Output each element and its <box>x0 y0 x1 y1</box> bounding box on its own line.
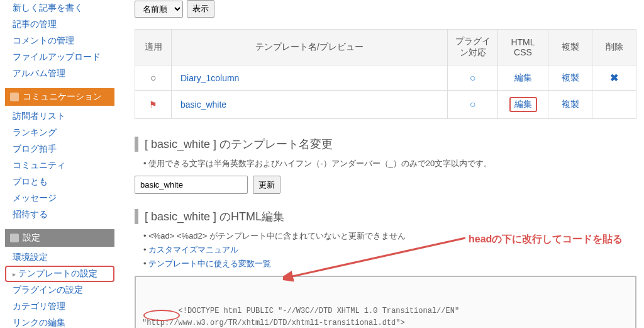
chevron-right-icon: ▸ <box>13 271 16 278</box>
rename-note: 使用できる文字は半角英数字およびハイフン（-）アンダーバー（_）のみで20文字以… <box>143 158 636 169</box>
template-name-link[interactable]: Diary_1column <box>180 73 239 83</box>
rename-input[interactable] <box>135 176 248 194</box>
sort-select[interactable]: 名前順 <box>135 1 183 18</box>
sidebar-item-template-settings-label: テンプレートの設定 <box>18 268 97 278</box>
communication-icon <box>10 93 19 101</box>
sidebar-header-communication: コミュニケーション <box>5 88 114 106</box>
templates-table: 適用 テンプレート名/プレビュー プラグイン対応 HTML CSS 複製 削除 … <box>135 29 636 119</box>
sidebar-item-plugin-settings[interactable]: プラグインの設定 <box>5 282 114 298</box>
edit-link[interactable]: 編集 <box>514 72 532 82</box>
sidebar-header-settings: 設定 <box>5 229 114 247</box>
col-htmlcss: HTML CSS <box>498 30 548 65</box>
delete-cell-empty <box>592 91 636 119</box>
plugin-mark: ○ <box>470 72 476 83</box>
dup-link[interactable]: 複製 <box>562 99 579 109</box>
col-apply: 適用 <box>135 30 172 65</box>
sidebar-item-album[interactable]: アルバム管理 <box>5 65 114 82</box>
edit-link[interactable]: 編集 <box>514 99 532 109</box>
settings-icon <box>10 234 19 242</box>
col-dup: 複製 <box>548 30 592 65</box>
sidebar-item-manage-comments[interactable]: コメントの管理 <box>5 33 114 49</box>
sidebar-item-invite[interactable]: 招待する <box>5 206 114 223</box>
manual-link[interactable]: カスタマイズマニュアル <box>148 245 238 254</box>
sidebar-item-link-edit[interactable]: リンクの編集 <box>5 315 114 328</box>
col-plugin: プラグイン対応 <box>448 30 498 65</box>
sidebar-item-ranking[interactable]: ランキング <box>5 125 114 141</box>
html-code-editor[interactable]: <!DOCTYPE html PUBLIC "-//W3C//DTD XHTML… <box>135 276 636 328</box>
sort-controls: 名前順 表示 <box>135 0 636 18</box>
sidebar-item-community[interactable]: コミュニティ <box>5 157 114 174</box>
htmledit-note-manual: カスタマイズマニュアル <box>143 244 636 256</box>
sidebar-item-manage-posts[interactable]: 記事の管理 <box>5 16 114 33</box>
update-button[interactable]: 更新 <box>253 176 280 194</box>
table-row: ⚑ basic_white ○ 編集 複製 <box>135 91 636 119</box>
plugin-mark: ○ <box>470 99 476 110</box>
sidebar-item-env-settings[interactable]: 環境設定 <box>5 249 114 266</box>
sidebar-item-template-settings[interactable]: ▸テンプレートの設定 <box>5 266 114 282</box>
html-code-content: <!DOCTYPE html PUBLIC "-//W3C//DTD XHTML… <box>142 307 609 328</box>
htmledit-section: [ basic_white ] のHTML編集 <%ad> <%ad2> がテン… <box>135 209 636 328</box>
sidebar-header-communication-label: コミュニケーション <box>23 91 102 103</box>
template-name-link[interactable]: basic_white <box>180 99 226 110</box>
sidebar-item-new-post[interactable]: 新しく記事を書く <box>5 0 114 16</box>
show-button[interactable]: 表示 <box>187 0 214 18</box>
rename-section: [ basic_white ] のテンプレート名変更 使用できる文字は半角英数字… <box>135 137 636 194</box>
htmledit-note-vars: テンプレート中に使える変数一覧 <box>143 258 636 269</box>
rename-title: [ basic_white ] のテンプレート名変更 <box>135 137 636 152</box>
sidebar: 新しく記事を書く 記事の管理 コメントの管理 ファイルアップロード アルバム管理… <box>0 0 119 328</box>
htmledit-title: [ basic_white ] のHTML編集 <box>135 209 636 224</box>
sidebar-item-visitors[interactable]: 訪問者リスト <box>5 108 114 125</box>
dup-link[interactable]: 複製 <box>562 72 579 82</box>
sidebar-item-category[interactable]: カテゴリ管理 <box>5 298 114 315</box>
flag-icon: ⚑ <box>149 99 157 110</box>
sidebar-item-file-upload[interactable]: ファイルアップロード <box>5 49 114 65</box>
delete-link[interactable]: ✖ <box>610 72 618 83</box>
col-name: テンプレート名/プレビュー <box>172 30 448 65</box>
table-row: ○ Diary_1column ○ 編集 複製 ✖ <box>135 65 636 91</box>
vars-link[interactable]: テンプレート中に使える変数一覧 <box>148 259 271 268</box>
sidebar-item-message[interactable]: メッセージ <box>5 190 114 206</box>
apply-mark: ○ <box>150 72 157 83</box>
htmledit-note-adtags: <%ad> <%ad2> がテンプレート中に含まれていないと更新できません <box>143 230 636 242</box>
main-content: 名前順 表示 適用 テンプレート名/プレビュー プラグイン対応 HTML CSS… <box>119 0 644 328</box>
sidebar-item-blog-clap[interactable]: ブログ拍手 <box>5 141 114 157</box>
sidebar-item-protomo[interactable]: プロとも <box>5 174 114 190</box>
sidebar-header-settings-label: 設定 <box>23 232 40 244</box>
col-del: 削除 <box>592 30 636 65</box>
